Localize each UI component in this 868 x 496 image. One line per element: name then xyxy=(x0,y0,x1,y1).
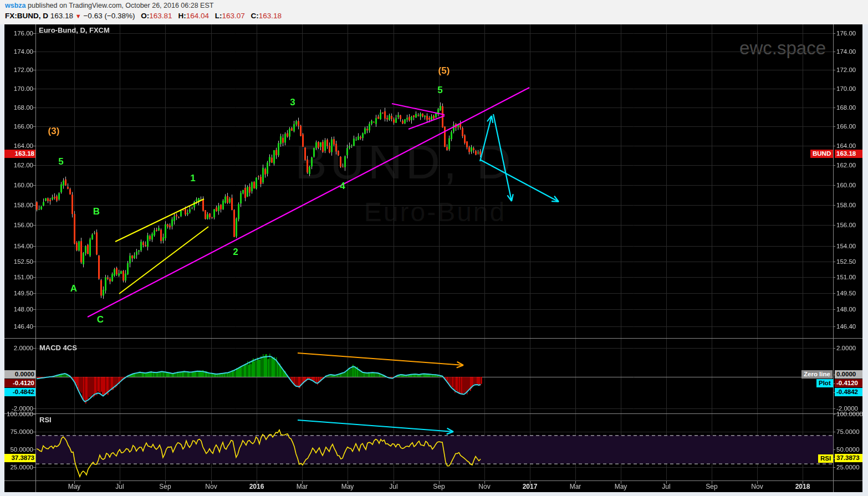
page-margin-left xyxy=(0,24,4,496)
down-triangle-icon: ▼ xyxy=(75,13,81,19)
open-value: 163.81 xyxy=(149,12,172,20)
symbol-name: FX:BUND, D xyxy=(5,12,48,20)
page-margin-right xyxy=(862,24,868,496)
page-margin-bottom xyxy=(0,492,868,496)
symbol-info-row: FX:BUND, D 163.18 ▼ −0.63 (−0.38%) O:163… xyxy=(5,12,282,20)
header-bar: wsbza published on TradingView.com, Octo… xyxy=(0,0,868,24)
change-text: −0.63 (−0.38%) xyxy=(83,12,135,20)
close-label: C: xyxy=(251,12,259,20)
tradingview-published-chart: wsbza published on TradingView.com, Octo… xyxy=(0,0,868,496)
last-price-text: 163.18 xyxy=(50,12,73,20)
close-value: 163.18 xyxy=(259,12,282,20)
low-label: L: xyxy=(215,12,222,20)
publish-text: published on TradingView.com, October 26… xyxy=(28,2,213,9)
publish-info-row: wsbza published on TradingView.com, Octo… xyxy=(5,2,213,9)
high-value: 164.04 xyxy=(186,12,209,20)
author-link[interactable]: wsbza xyxy=(5,2,26,9)
high-label: H: xyxy=(178,12,186,20)
open-label: O: xyxy=(141,12,149,20)
low-value: 163.07 xyxy=(222,12,244,20)
chart-canvas[interactable] xyxy=(0,0,868,496)
